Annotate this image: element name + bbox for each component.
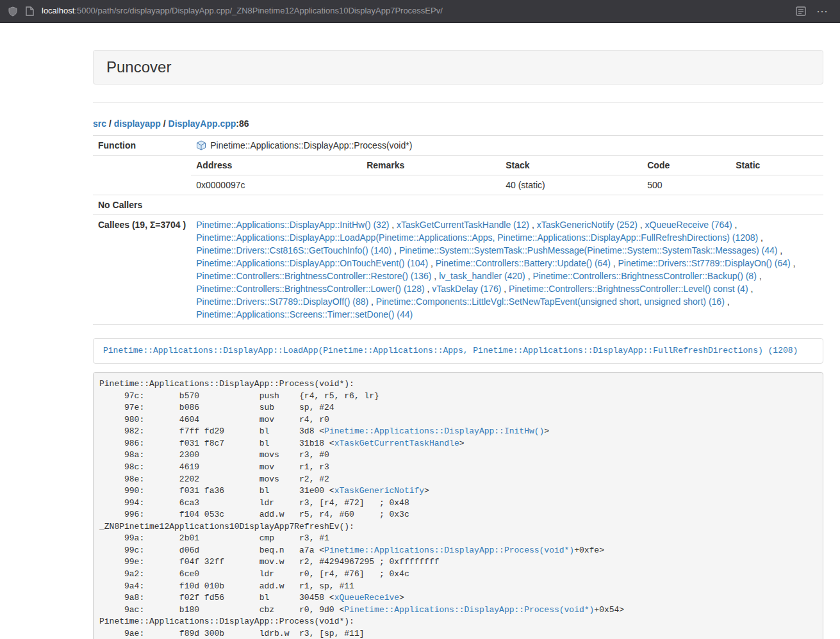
- breadcrumb-link[interactable]: DisplayApp.cpp: [169, 118, 236, 129]
- no-callers-cell: [191, 195, 823, 215]
- url-text: localhost:5000/path/src/displayapp/Displ…: [42, 5, 443, 17]
- breadcrumb-line-number: :86: [236, 118, 249, 129]
- callee-link[interactable]: Pinetime::Controllers::BrightnessControl…: [532, 271, 756, 281]
- url-path: :5000/path/src/displayapp/DisplayApp.cpp…: [74, 6, 443, 15]
- details-cell: Address Remarks Stack Code Static 0x0000…: [191, 156, 823, 195]
- callee-link[interactable]: vTaskDelay (176): [432, 284, 501, 294]
- browser-toolbar: localhost:5000/path/src/displayapp/Displ…: [0, 0, 840, 23]
- breadcrumb-link[interactable]: src: [93, 118, 106, 129]
- col-header-address: Address: [191, 156, 361, 175]
- callee-link[interactable]: Pinetime::Applications::DisplayApp::Init…: [196, 220, 389, 230]
- callee-link[interactable]: xTaskGetCurrentTaskHandle (12): [397, 220, 529, 230]
- callee-link[interactable]: lv_task_handler (420): [439, 271, 525, 281]
- disassembly: Pinetime::Applications::DisplayApp::Proc…: [93, 372, 823, 639]
- col-header-code: Code: [642, 156, 730, 175]
- function-name: Pinetime::Applications::DisplayApp::Proc…: [210, 140, 412, 150]
- col-header-static: Static: [730, 156, 823, 175]
- callee-link[interactable]: Pinetime::Components::LittleVgl::SetNewT…: [376, 296, 725, 307]
- asm-symbol-link[interactable]: xTaskGenericNotify: [334, 486, 424, 496]
- asm-symbol-link[interactable]: xQueueReceive: [334, 593, 399, 603]
- asm-symbol-link[interactable]: xTaskGetCurrentTaskHandle: [334, 439, 459, 448]
- callee-link[interactable]: Pinetime::Controllers::BrightnessControl…: [509, 284, 748, 294]
- callee-link[interactable]: Pinetime::Drivers::St7789::DisplayOn() (…: [618, 258, 791, 268]
- cell-static: [730, 175, 823, 195]
- page-title: Puncover: [106, 59, 810, 76]
- cell-address: 0x0000097c: [191, 175, 361, 195]
- col-header-stack: Stack: [500, 156, 642, 175]
- details-header-row: Address Remarks Stack Code Static: [191, 156, 823, 175]
- callee-link[interactable]: Pinetime::Controllers::Battery::Update()…: [436, 258, 611, 268]
- callees-list: Pinetime::Applications::DisplayApp::Init…: [191, 215, 823, 325]
- callee-link[interactable]: Pinetime::Drivers::St7789::DisplayOff() …: [196, 296, 368, 307]
- symbol-panel: Pinetime::Applications::DisplayApp::Load…: [93, 338, 823, 364]
- function-cell: Pinetime::Applications::DisplayApp::Proc…: [191, 136, 823, 156]
- page-info-icon[interactable]: [26, 6, 34, 16]
- row-label-function: Function: [93, 136, 191, 156]
- callee-link[interactable]: xTaskGenericNotify (252): [537, 220, 638, 230]
- function-icon: [196, 140, 206, 150]
- table-row-callees: Callees (19, Σ=3704 ) Pinetime::Applicat…: [93, 215, 823, 325]
- details-data-row: 0x0000097c 40 (static) 500: [191, 175, 823, 195]
- col-header-remarks: Remarks: [361, 156, 500, 175]
- callee-link[interactable]: Pinetime::Applications::Screens::Timer::…: [196, 309, 413, 320]
- callee-link[interactable]: Pinetime::Applications::DisplayApp::OnTo…: [196, 258, 428, 268]
- callee-link[interactable]: Pinetime::Drivers::Cst816S::GetTouchInfo…: [196, 245, 391, 255]
- callee-link[interactable]: Pinetime::Controllers::BrightnessControl…: [196, 284, 424, 294]
- shield-icon[interactable]: [8, 6, 18, 17]
- cell-code: 500: [642, 175, 730, 195]
- asm-symbol-link[interactable]: Pinetime::Applications::DisplayApp::Init…: [324, 426, 544, 436]
- url-bar[interactable]: localhost:5000/path/src/displayapp/Displ…: [26, 5, 787, 17]
- cell-stack: 40 (static): [500, 175, 642, 195]
- url-host: localhost: [42, 6, 74, 15]
- page-container: Puncover src / displayapp / DisplayApp.c…: [93, 23, 823, 639]
- callee-link[interactable]: Pinetime::Applications::DisplayApp::Load…: [196, 232, 758, 243]
- callee-link[interactable]: Pinetime::Controllers::BrightnessControl…: [196, 271, 431, 281]
- table-row-details: Address Remarks Stack Code Static 0x0000…: [93, 156, 823, 195]
- row-label-no-callers: No Callers: [93, 195, 191, 215]
- asm-symbol-link[interactable]: Pinetime::Applications::DisplayApp::Proc…: [324, 546, 574, 555]
- breadcrumb: src / displayapp / DisplayApp.cpp:86: [93, 117, 823, 130]
- reader-mode-icon[interactable]: [796, 6, 806, 16]
- app-header-panel: Puncover: [93, 50, 823, 85]
- callee-link[interactable]: xQueueReceive (764): [645, 220, 732, 230]
- divider: [93, 102, 823, 103]
- table-row-function: Function Pinetime::Applications::Display…: [93, 136, 823, 156]
- breadcrumb-link[interactable]: displayapp: [114, 118, 161, 129]
- details-table: Address Remarks Stack Code Static 0x0000…: [191, 156, 823, 195]
- row-label-empty: [93, 156, 191, 195]
- table-row-no-callers: No Callers: [93, 195, 823, 215]
- page-actions-menu-icon[interactable]: ⋯: [812, 3, 832, 20]
- row-label-callees: Callees (19, Σ=3704 ): [93, 215, 191, 325]
- callee-link[interactable]: Pinetime::System::SystemTask::PushMessag…: [399, 245, 778, 255]
- asm-symbol-link[interactable]: Pinetime::Applications::DisplayApp::Proc…: [344, 605, 594, 615]
- symbol-table: Function Pinetime::Applications::Display…: [93, 135, 823, 325]
- cell-remarks: [361, 175, 500, 195]
- symbol-panel-link[interactable]: Pinetime::Applications::DisplayApp::Load…: [103, 346, 798, 355]
